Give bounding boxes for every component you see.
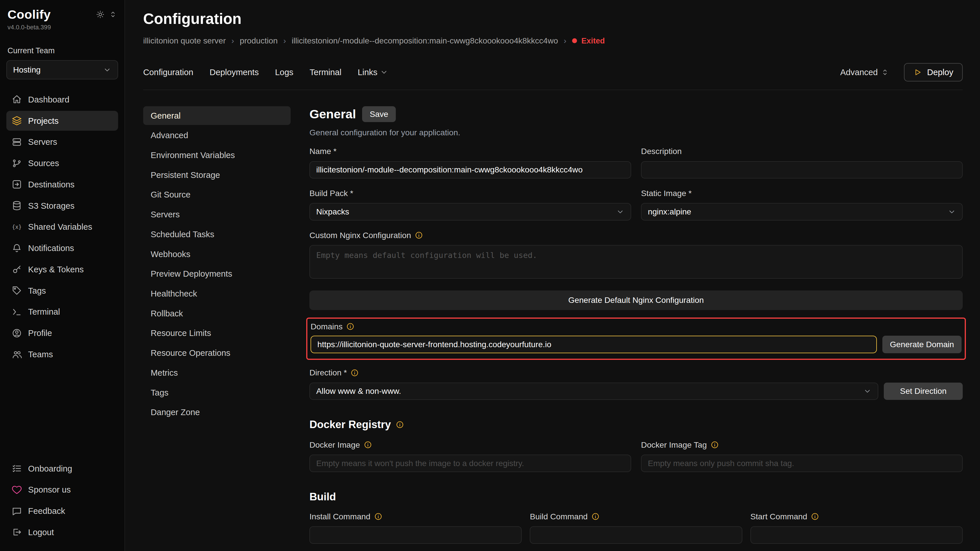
subnav-item-git-source[interactable]: Git Source <box>143 186 291 204</box>
sidebar-item-servers[interactable]: Servers <box>6 132 118 152</box>
subnav-item-tags[interactable]: Tags <box>143 383 291 402</box>
subnav-item-resource-operations[interactable]: Resource Operations <box>143 344 291 362</box>
build-command-input[interactable] <box>530 526 742 544</box>
docker-image-tag-label: Docker Image Tag <box>641 440 963 450</box>
subnav-item-servers[interactable]: Servers <box>143 205 291 224</box>
nginx-config-label: Custom Nginx Configuration <box>309 230 963 240</box>
sidebar-item-teams[interactable]: Teams <box>6 344 118 364</box>
info-icon[interactable] <box>811 513 819 521</box>
sidebar-item-s3-storages[interactable]: S3 Storages <box>6 196 118 216</box>
brand-icons <box>96 10 117 18</box>
direction-label-text: Direction * <box>309 368 347 377</box>
sidebar-item-logout[interactable]: Logout <box>6 522 118 542</box>
tab-links[interactable]: Links <box>358 67 388 77</box>
docker-image-tag-input[interactable] <box>641 454 963 472</box>
sidebar-item-sponsor[interactable]: Sponsor us <box>6 480 118 500</box>
sidebar-item-onboarding[interactable]: Onboarding <box>6 459 118 478</box>
deploy-button[interactable]: Deploy <box>904 63 963 81</box>
sidebar-item-terminal[interactable]: Terminal <box>6 302 118 322</box>
sidebar-item-label: Terminal <box>28 307 60 317</box>
docker-image-tag-label-text: Docker Image Tag <box>641 440 706 450</box>
tab-deployments[interactable]: Deployments <box>210 67 259 77</box>
info-icon[interactable] <box>364 441 372 449</box>
git-source-icon <box>12 158 22 168</box>
description-field: Description <box>641 146 963 178</box>
info-icon[interactable] <box>346 322 354 330</box>
save-button[interactable]: Save <box>362 106 396 122</box>
status-dot <box>572 38 577 43</box>
subnav-item-rollback[interactable]: Rollback <box>143 304 291 323</box>
sidebar-item-destinations[interactable]: Destinations <box>6 175 118 194</box>
info-icon[interactable] <box>374 513 382 521</box>
subnav-item-general[interactable]: General <box>143 106 291 125</box>
start-command-input[interactable] <box>751 526 963 544</box>
build-command-field: Build Command <box>530 512 742 544</box>
subnav-item-advanced[interactable]: Advanced <box>143 126 291 144</box>
breadcrumb-environment[interactable]: production <box>240 36 278 46</box>
team-select[interactable]: Hosting <box>6 60 118 79</box>
subnav-item-healthcheck[interactable]: Healthcheck <box>143 284 291 303</box>
sidebar-item-shared-variables[interactable]: {x} Shared Variables <box>6 217 118 237</box>
generate-nginx-button[interactable]: Generate Default Nginx Configuration <box>309 291 963 310</box>
generate-domain-button[interactable]: Generate Domain <box>882 336 962 353</box>
sidebar-item-keys-tokens[interactable]: Keys & Tokens <box>6 259 118 279</box>
direction-select[interactable]: Allow www & non-www. <box>309 383 878 400</box>
subnav-item-metrics[interactable]: Metrics <box>143 364 291 382</box>
user-circle-icon <box>12 328 22 338</box>
sidebar-item-label: S3 Storages <box>28 201 75 211</box>
breadcrumb-project[interactable]: illicitonion quote server <box>143 36 226 46</box>
sidebar-item-profile[interactable]: Profile <box>6 323 118 343</box>
sidebar-item-label: Teams <box>28 349 53 359</box>
install-command-input[interactable] <box>309 526 522 544</box>
start-command-field: Start Command <box>751 512 963 544</box>
docker-image-field: Docker Image <box>309 440 631 472</box>
nginx-config-textarea[interactable] <box>309 245 963 279</box>
info-icon[interactable] <box>415 231 423 239</box>
info-icon[interactable] <box>351 369 359 377</box>
static-image-select[interactable]: nginx:alpine <box>641 203 963 221</box>
info-icon[interactable] <box>592 513 600 521</box>
tab-logs[interactable]: Logs <box>275 67 294 77</box>
tab-terminal[interactable]: Terminal <box>310 67 342 77</box>
sidebar-item-projects[interactable]: Projects <box>6 111 118 131</box>
advanced-toggle[interactable]: Advanced <box>840 67 889 77</box>
team-select-value: Hosting <box>13 65 41 75</box>
sidebar-item-tags[interactable]: Tags <box>6 281 118 300</box>
sidebar-item-label: Dashboard <box>28 95 69 105</box>
sidebar-item-sources[interactable]: Sources <box>6 153 118 173</box>
subnav-item-webhooks[interactable]: Webhooks <box>143 245 291 263</box>
tab-label: Terminal <box>310 67 342 77</box>
subnav-item-scheduled-tasks[interactable]: Scheduled Tasks <box>143 225 291 243</box>
collapse-selector-icon[interactable] <box>109 10 117 18</box>
static-image-field: Static Image * nginx:alpine <box>641 189 963 221</box>
tab-bar: Configuration Deployments Logs Terminal … <box>143 63 963 90</box>
brand-row: Coolify <box>6 8 118 22</box>
tabs: Configuration Deployments Logs Terminal … <box>143 67 388 77</box>
tab-configuration[interactable]: Configuration <box>143 67 193 77</box>
docker-image-input[interactable] <box>309 454 631 472</box>
subnav-item-resource-limits[interactable]: Resource Limits <box>143 324 291 342</box>
domains-input[interactable] <box>310 336 877 353</box>
sidebar-item-feedback[interactable]: Feedback <box>6 501 118 521</box>
build-pack-select[interactable]: Nixpacks <box>309 203 631 221</box>
sidebar-item-dashboard[interactable]: Dashboard <box>6 89 118 110</box>
subnav-item-persistent-storage[interactable]: Persistent Storage <box>143 166 291 184</box>
deploy-label: Deploy <box>927 67 953 77</box>
subnav-item-preview-deployments[interactable]: Preview Deployments <box>143 265 291 283</box>
sidebar-item-notifications[interactable]: Notifications <box>6 238 118 258</box>
info-icon[interactable] <box>711 441 719 449</box>
breadcrumb-resource[interactable]: illicitestonion/-module--decomposition:m… <box>291 36 558 46</box>
set-direction-button[interactable]: Set Direction <box>884 383 963 400</box>
home-icon <box>12 94 22 105</box>
install-command-label: Install Command <box>309 512 522 521</box>
install-command-label-text: Install Command <box>309 512 371 521</box>
theme-toggle-sun-icon[interactable] <box>96 10 104 18</box>
subnav-item-environment-variables[interactable]: Environment Variables <box>143 146 291 164</box>
subnav-item-danger-zone[interactable]: Danger Zone <box>143 403 291 421</box>
info-icon[interactable] <box>396 421 404 429</box>
checklist-icon <box>12 464 22 473</box>
users-icon <box>12 349 22 360</box>
tab-bar-actions: Advanced Deploy <box>840 63 963 81</box>
name-input[interactable] <box>309 161 631 179</box>
description-input[interactable] <box>641 161 963 179</box>
